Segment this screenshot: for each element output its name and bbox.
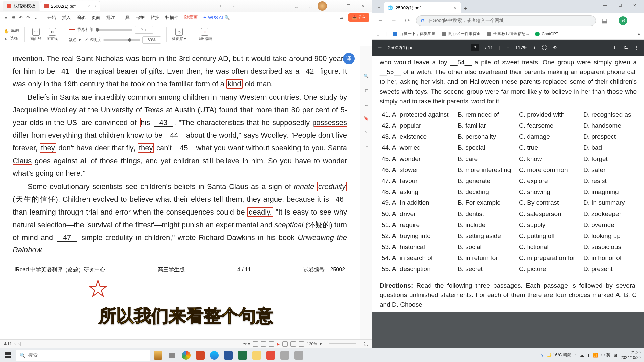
forward-icon[interactable]: → (389, 17, 398, 24)
sidebar-search-icon[interactable]: 🔍 (364, 74, 369, 78)
pdf-fit-icon[interactable]: ⛶ (542, 45, 547, 50)
menu-insert[interactable]: 插入 (59, 13, 73, 22)
tray-chevron-icon[interactable]: ^ (575, 353, 577, 358)
menu-annotate[interactable]: 批注 (104, 13, 118, 22)
status-view1-icon[interactable] (282, 341, 288, 347)
status-play-icon[interactable]: ▶ (277, 342, 280, 346)
hamburger-icon[interactable]: ≡ (3, 14, 9, 21)
sidebar-bookmark-icon[interactable]: 🔖 (364, 116, 369, 121)
weight-slider[interactable] (96, 29, 132, 31)
taskbar-wps[interactable] (264, 349, 277, 362)
close-icon[interactable]: ✕ (356, 1, 369, 11)
redo-icon[interactable]: ↷ (25, 14, 32, 21)
wps-ai-button[interactable]: ✦WPS AI (203, 15, 223, 20)
pdf-zoom-in-icon[interactable]: + (533, 45, 536, 50)
tray-help-icon[interactable]: ? (541, 353, 544, 358)
bookmark-teacher[interactable]: 全国教师管理信息... (487, 31, 529, 37)
tray-battery-icon[interactable]: ▮ (587, 353, 590, 358)
pdf-viewer[interactable]: who would leave a toy __54__ a pile of s… (372, 56, 644, 348)
status-layout2-icon[interactable] (261, 341, 266, 347)
tray-cloud-icon[interactable]: ☁ (580, 353, 584, 358)
tray-ime[interactable]: 中 英 (601, 352, 610, 358)
bookmark-baidu[interactable]: 百度一下，你就知道 (393, 31, 436, 37)
opacity-slider[interactable] (103, 39, 140, 41)
tool-exit[interactable]: ✕退出编辑 (197, 28, 212, 41)
window-icon[interactable]: ▢ (289, 1, 303, 11)
pdf-menu-icon[interactable]: ☰ (378, 45, 382, 50)
share-button[interactable]: 📤 分享 (348, 13, 369, 22)
menu-start[interactable]: 开始 (45, 13, 59, 22)
chrome-maximize-icon[interactable]: ☐ (612, 0, 627, 11)
menu-scan[interactable]: 扫描件 (163, 13, 181, 22)
pdf-download-icon[interactable]: ⭳ (612, 45, 617, 50)
taskbar-search[interactable]: 🔍搜索 (16, 350, 150, 361)
menu-draw[interactable]: 随意画 (182, 13, 200, 22)
tab-dropdown-icon[interactable]: ⌄ (374, 2, 384, 11)
menu-edit[interactable]: 编辑 (74, 13, 88, 22)
add-tab-icon[interactable]: ＋ (214, 1, 227, 11)
undo-icon[interactable]: ↶ (17, 14, 24, 21)
reload-icon[interactable]: ⟳ (402, 17, 412, 24)
tray-volume-icon[interactable]: ⊞ (614, 353, 617, 358)
omnibox[interactable]: G 在Google中搜索，或者输入一个网址 (416, 15, 596, 26)
status-last-icon[interactable]: ›| (18, 342, 21, 346)
pdf-rotate-icon[interactable]: ⟲ (553, 45, 557, 50)
avatar[interactable] (318, 1, 327, 11)
back-icon[interactable]: ← (376, 17, 385, 24)
status-zoom[interactable]: 130% (307, 342, 317, 346)
pdf-zoom-out-icon[interactable]: − (506, 45, 509, 50)
status-layout3-icon[interactable] (269, 341, 274, 347)
tool-curve[interactable]: 〰画曲线 (30, 28, 41, 41)
sidebar-translate-icon[interactable]: ⇄ (365, 88, 368, 93)
sidebar-more-icon[interactable]: ⋯ (364, 144, 368, 149)
weight-value[interactable]: 2pt (135, 26, 153, 34)
wps-tab-pdf[interactable]: 25002(1).pdf○• (40, 1, 100, 11)
color-swatch[interactable] (69, 29, 75, 30)
pdf-page-input[interactable]: 5 (471, 44, 479, 51)
menu-tools[interactable]: 工具 (118, 13, 132, 22)
taskbar-chrome[interactable] (180, 349, 193, 362)
search-icon[interactable]: 🔍 (224, 14, 230, 21)
wps-tab-home[interactable]: 找稻壳模板 (3, 1, 39, 11)
taskbar-excel[interactable] (236, 349, 249, 362)
chrome-menu-icon[interactable]: ⋮ (631, 17, 641, 24)
status-eye-icon[interactable]: 👁 ▾ (243, 342, 250, 346)
sidebar-minimize-icon[interactable]: — (364, 60, 368, 64)
chevron-down-icon[interactable]: ⌄ (32, 14, 39, 21)
taskbar-word[interactable] (222, 349, 235, 362)
taskbar-powerpoint[interactable] (194, 349, 207, 362)
status-page[interactable]: 4/11 (4, 342, 12, 346)
status-view3-icon[interactable] (299, 341, 304, 347)
menu-page[interactable]: 页面 (89, 13, 103, 22)
tool-line[interactable]: ✻画直线 (47, 28, 58, 41)
tab-close-icon[interactable]: ✕ (453, 5, 457, 10)
status-zoom-out-icon[interactable]: − (324, 342, 327, 346)
apps-icon[interactable]: ⊞ (376, 32, 380, 36)
new-tab-button[interactable]: + (461, 4, 470, 13)
taskbar-explorer[interactable] (250, 349, 263, 362)
tool-eraser[interactable]: ◇橡皮擦 ▾ (172, 28, 186, 41)
pdf-print-icon[interactable]: 🖶 (623, 45, 628, 50)
chrome-close-icon[interactable]: ✕ (627, 0, 642, 11)
taskbar-edge[interactable] (208, 349, 221, 362)
chrome-tab[interactable]: 🌐 25002(1).pdf ✕ (384, 2, 461, 13)
tool-hand[interactable]: ✋手型 (4, 28, 19, 34)
bookmark-minhang[interactable]: 闵行区一件事首页 (442, 31, 481, 37)
bookmark-chatgpt[interactable]: ChatGPT (535, 32, 558, 36)
status-next-icon[interactable]: › (14, 342, 16, 346)
tool-select[interactable]: ⭹选择 (4, 36, 19, 41)
taskbar-app1[interactable] (278, 349, 291, 362)
chrome-minimize-icon[interactable]: — (598, 0, 612, 11)
status-fullscreen-icon[interactable]: ⛶ (364, 342, 368, 346)
status-view2-icon[interactable] (290, 341, 296, 347)
pdf-more-icon[interactable]: ⋮ (634, 45, 639, 50)
taskbar-weather-widget[interactable] (152, 349, 164, 362)
status-zoom-in-icon[interactable]: + (359, 342, 361, 346)
taskview-icon[interactable] (166, 349, 178, 362)
profile-avatar[interactable]: 召 (619, 16, 627, 25)
taskbar-app2[interactable] (292, 349, 305, 362)
maximize-icon[interactable]: ☐ (342, 1, 355, 11)
tray-weather[interactable]: 🌙 16°C 晴朗 (547, 352, 571, 358)
cloud-icon[interactable]: ☁ (338, 14, 345, 21)
opacity-value[interactable]: 69% (142, 36, 161, 44)
